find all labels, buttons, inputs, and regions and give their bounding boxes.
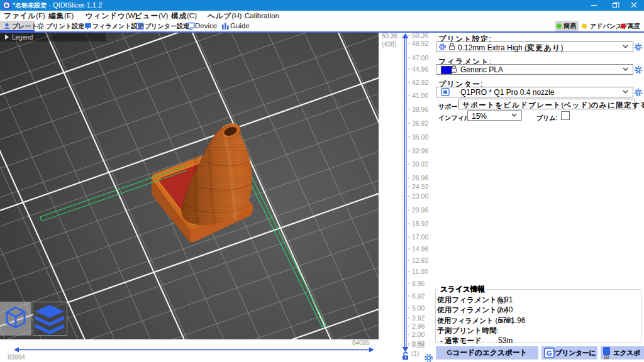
svg-text:G: G bbox=[547, 349, 552, 357]
svg-text:Legend: Legend bbox=[12, 34, 33, 41]
